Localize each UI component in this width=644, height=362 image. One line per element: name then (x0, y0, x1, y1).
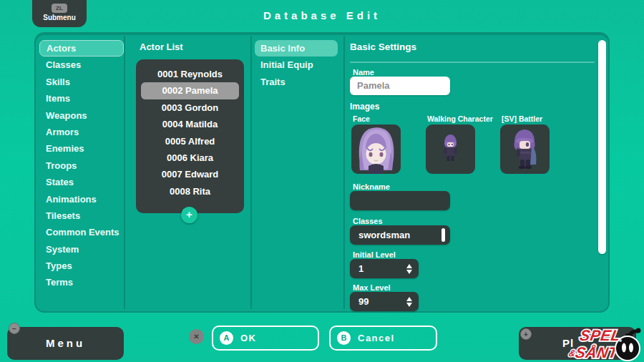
actor-list-item[interactable]: 0003 Gordon (141, 99, 239, 116)
sidebar-item-types[interactable]: Types (39, 258, 124, 274)
sidebar-item-animations[interactable]: Animations (39, 191, 124, 207)
arrow-down-icon[interactable] (406, 303, 412, 307)
walking-character-image[interactable] (426, 124, 475, 174)
actor-list-item-selected[interactable]: 0002 Pamela (141, 82, 239, 99)
sidebar-item-common-events[interactable]: Common Events (39, 224, 124, 240)
sidebar-item-enemies[interactable]: Enemies (39, 140, 124, 157)
detail-tabs: Basic Info Initial Equip Traits (255, 40, 338, 90)
tab-basic-info[interactable]: Basic Info (255, 40, 338, 57)
actor-list-header: Actor List (140, 41, 183, 52)
actor-list-item[interactable]: 0005 Alfred (141, 133, 239, 150)
sidebar-item-actors[interactable]: Actors (39, 40, 124, 57)
initial-level-label: Initial Level (353, 250, 396, 259)
cancel-button[interactable]: B Cancel (329, 326, 437, 351)
face-label: Face (353, 114, 370, 123)
tab-initial-equip[interactable]: Initial Equip (255, 57, 338, 73)
sv-battler-image[interactable] (500, 124, 550, 174)
minus-button-icon: − (9, 323, 20, 334)
column-divider (124, 36, 125, 309)
max-level-label: Max Level (353, 283, 391, 292)
column-divider (250, 36, 252, 309)
walking-sprite-icon (426, 124, 475, 174)
sidebar-item-skills[interactable]: Skills (39, 74, 124, 90)
column-divider (343, 36, 345, 309)
initial-level-stepper[interactable]: 1 (350, 259, 419, 278)
classes-select[interactable]: swordsman (350, 225, 450, 245)
sidebar-item-states[interactable]: States (39, 174, 124, 190)
cancel-button-label: Cancel (358, 333, 395, 343)
play-test-label: Pl (562, 327, 574, 360)
name-input[interactable]: Pamela (350, 77, 450, 95)
classes-scrollbar-thumb[interactable] (441, 228, 445, 242)
basic-settings-header: Basic Settings (350, 41, 416, 52)
tab-traits[interactable]: Traits (255, 74, 338, 90)
actor-list-item[interactable]: 0001 Reynolds (141, 66, 239, 82)
face-image[interactable] (351, 124, 401, 174)
classes-label: Classes (353, 217, 383, 225)
actor-list: 0001 Reynolds 0002 Pamela 0003 Gordon 00… (136, 59, 244, 213)
walking-character-label: Walking Character (427, 114, 493, 123)
spinner-arrows-icon[interactable] (406, 297, 412, 307)
play-test-button[interactable]: Pl (519, 327, 636, 360)
sidebar-item-armors[interactable]: Armors (39, 124, 124, 140)
settings-scrollbar[interactable] (598, 40, 606, 254)
sidebar-item-system[interactable]: System (39, 241, 124, 258)
menu-button[interactable]: Menu (7, 327, 124, 360)
face-portrait-icon (351, 124, 401, 174)
x-button-icon[interactable]: ✕ (189, 329, 204, 344)
sidebar-item-weapons[interactable]: Weapons (39, 107, 124, 124)
plus-button-icon: + (520, 328, 532, 340)
add-actor-button[interactable]: + (181, 207, 197, 223)
nickname-input[interactable] (350, 191, 450, 210)
actor-list-item[interactable]: 0004 Matilda (141, 116, 239, 132)
max-level-value: 99 (358, 296, 369, 307)
arrow-down-icon[interactable] (406, 270, 412, 274)
category-sidebar: Actors Classes Skills Items Weapons Armo… (39, 40, 124, 291)
ok-button[interactable]: A OK (212, 326, 319, 351)
classes-value: swordsman (358, 230, 410, 240)
a-button-icon: A (220, 331, 233, 345)
sidebar-item-tilesets[interactable]: Tilesets (39, 207, 124, 224)
initial-level-value: 1 (358, 263, 364, 274)
nickname-label: Nickname (353, 182, 390, 191)
max-level-stepper[interactable]: 99 (350, 292, 419, 311)
sidebar-item-terms[interactable]: Terms (39, 274, 124, 290)
actor-list-item[interactable]: 0008 Rita (141, 183, 239, 200)
sidebar-item-classes[interactable]: Classes (39, 57, 124, 73)
actor-list-item[interactable]: 0007 Edward (141, 166, 239, 182)
sidebar-item-troops[interactable]: Troops (39, 157, 124, 174)
spinner-arrows-icon[interactable] (406, 264, 412, 274)
arrow-up-icon[interactable] (406, 264, 412, 268)
sv-battler-label: [SV] Battler (502, 114, 542, 123)
actor-list-item[interactable]: 0006 Kiara (141, 150, 239, 166)
database-edit-screen: ZL Submenu Database Edit Actors Classes … (0, 0, 644, 362)
b-button-icon: B (337, 331, 351, 345)
section-divider (350, 62, 595, 63)
ok-button-label: OK (240, 333, 257, 343)
arrow-up-icon[interactable] (406, 297, 412, 301)
page-title: Database Edit (0, 9, 644, 21)
sidebar-item-items[interactable]: Items (39, 90, 124, 107)
battler-sprite-icon (500, 124, 550, 174)
name-label: Name (353, 68, 374, 77)
images-label: Images (350, 102, 379, 112)
